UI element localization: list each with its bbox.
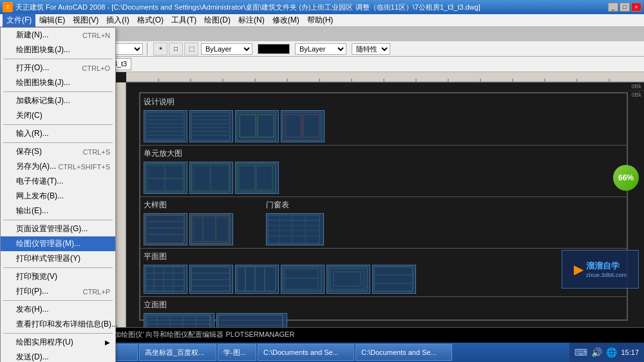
svg-rect-63 xyxy=(146,267,184,291)
menu-export[interactable]: 输出(E)... xyxy=(1,204,115,218)
menu-open[interactable]: 打开(O)... CTRL+O xyxy=(1,61,115,75)
taskbar-item-3-label: 学-图... xyxy=(223,348,246,357)
canvas-main[interactable]: 设计说明 xyxy=(126,82,644,327)
layer-icon-1[interactable]: ☀ xyxy=(153,43,167,55)
svg-rect-35 xyxy=(285,115,301,137)
bylayer-select-2[interactable]: ByLayer xyxy=(295,43,346,55)
svg-rect-38 xyxy=(147,166,183,190)
menu-publish-web[interactable]: 网上发布(B)... xyxy=(1,189,115,204)
menu-print-style[interactable]: 打印样式管理器(Y) xyxy=(1,251,115,266)
menu-import[interactable]: 输入(R)... xyxy=(1,126,115,141)
section-door: 门窗表 xyxy=(266,200,324,245)
menu-page-setup[interactable]: 页面设置管理器(G)... xyxy=(1,222,115,236)
plan-thumb-3 xyxy=(235,265,279,294)
progress-badge: 66% xyxy=(613,165,639,191)
menu-item-edit[interactable]: 编辑(E) xyxy=(35,14,69,27)
svg-rect-52 xyxy=(193,217,229,242)
plan-thumb-2 xyxy=(189,265,233,294)
section-design: 设计说明 xyxy=(144,97,325,142)
menu-item-file[interactable]: 文件(F) xyxy=(3,14,35,27)
watermark-inner: ▶ 溜溜自学 zixue.3d66.com xyxy=(574,260,627,278)
menu-publish-detail[interactable]: 查看打印和发布详细信息(B)... xyxy=(1,317,115,332)
menu-etransmit[interactable]: 电子传递(T)... xyxy=(1,174,115,189)
sep1 xyxy=(3,59,113,59)
section-door-label: 门窗表 xyxy=(266,200,324,211)
elevation-thumbs xyxy=(144,313,287,327)
drawing-frame: 设计说明 xyxy=(139,92,628,321)
door-thumb xyxy=(266,213,324,245)
cad-workspace[interactable]: 设计说明 xyxy=(116,72,644,327)
taskbar-item-4[interactable]: C:\Documents and Se... xyxy=(258,344,354,361)
title-bar-text: 天正建筑 For AutoCAD 2008 - [C:\Documents an… xyxy=(15,3,480,12)
taskbar-item-5[interactable]: C:\Documents and Se... xyxy=(355,344,452,361)
menu-save-as[interactable]: 另存为(A)... CTRL+SHIFT+S xyxy=(1,159,115,174)
large-thumb-1 xyxy=(144,213,187,245)
random-select[interactable]: 随特性 xyxy=(352,43,390,55)
progress-top: 0Bk xyxy=(629,82,644,91)
progress-side: 0Bk 0Bk xyxy=(629,82,644,99)
unit-thumb-1 xyxy=(144,162,187,194)
taskbar-items: 天正建筑 For AutoC... 高坐标器_百度权... 学-图... C:\… xyxy=(39,344,569,361)
svg-rect-70 xyxy=(191,267,230,291)
menu-plotter-manager[interactable]: 绘图仪管理器(M)... xyxy=(1,236,115,251)
layer-icon-3[interactable]: ⬚ xyxy=(184,43,198,55)
taskbar-item-2[interactable]: 高坐标器_百度权... xyxy=(139,344,216,361)
tray-clock: 15:17 xyxy=(621,348,639,356)
menu-send[interactable]: 发送(D)... xyxy=(1,350,115,362)
menu-item-modify[interactable]: 修改(M) xyxy=(269,14,303,27)
menu-close[interactable]: 关闭(C) xyxy=(1,108,115,123)
sep5 xyxy=(3,220,113,220)
divider-4 xyxy=(140,296,627,297)
svg-rect-32 xyxy=(240,115,256,137)
menu-item-view[interactable]: 视图(V) xyxy=(69,14,102,27)
menu-new[interactable]: 新建(N)... CTRL+N xyxy=(1,28,115,43)
menu-item-annotate[interactable]: 标注(N) xyxy=(234,14,269,27)
layer-icon-2[interactable]: □ xyxy=(169,43,183,55)
menu-block-set[interactable]: 绘图图块集(J)... xyxy=(1,75,115,90)
divider-2 xyxy=(140,196,627,197)
menu-item-format[interactable]: 格式(O) xyxy=(133,14,167,27)
title-bar-buttons: _ □ × xyxy=(608,3,641,12)
divider-3 xyxy=(140,248,627,249)
sep6 xyxy=(3,267,113,268)
elev-thumb-1 xyxy=(144,313,214,327)
bylayer-select-1[interactable]: ByLayer xyxy=(201,43,252,55)
menu-print[interactable]: 打印(P)... CTRL+P xyxy=(1,284,115,299)
design-thumb-2 xyxy=(189,110,233,142)
maximize-button[interactable]: □ xyxy=(620,3,630,12)
unit-thumbs xyxy=(144,162,279,194)
menu-save[interactable]: 保存(S) CTRL+S xyxy=(1,144,115,159)
menu-drawing-blocks[interactable]: 绘图图块集(J)... xyxy=(1,43,115,57)
title-bar-left: T 天正建筑 For AutoCAD 2008 - [C:\Documents … xyxy=(3,2,480,12)
taskbar-item-5-label: C:\Documents and Se... xyxy=(361,348,437,356)
sep4 xyxy=(3,142,113,143)
watermark-brand-name: 溜溜自学 xyxy=(586,260,627,272)
menu-item-insert[interactable]: 插入(I) xyxy=(102,14,133,27)
menu-item-tools[interactable]: 工具(T) xyxy=(167,14,200,27)
menu-item-help[interactable]: 帮助(H) xyxy=(303,14,337,27)
svg-rect-31 xyxy=(237,112,276,140)
svg-rect-45 xyxy=(239,166,255,190)
progress-bottom: 0Bk xyxy=(629,91,644,99)
watermark-brand: 溜溜自学 zixue.3d66.com xyxy=(586,260,627,278)
close-button[interactable]: × xyxy=(631,3,641,12)
design-thumb-3 xyxy=(235,110,279,142)
plan-thumb-5 xyxy=(327,265,370,294)
section-plan-label: 平面图 xyxy=(144,251,416,262)
svg-rect-47 xyxy=(146,215,184,243)
design-thumb-4 xyxy=(281,110,325,142)
taskbar-item-2-label: 高坐标器_百度权... xyxy=(145,348,204,357)
svg-rect-74 xyxy=(237,267,276,291)
menu-print-preview[interactable]: 打印预览(V) xyxy=(1,269,115,284)
minimize-button[interactable]: _ xyxy=(608,3,618,12)
svg-rect-55 xyxy=(268,215,319,243)
watermark: ▶ 溜溜自学 zixue.3d66.com xyxy=(562,250,639,289)
tray-icon-1: ⌨ xyxy=(574,347,587,357)
menu-publish[interactable]: 发布(H)... xyxy=(1,302,115,317)
menu-drawing-utility[interactable]: 绘图实用程序(U) ▶ xyxy=(1,335,115,350)
taskbar-item-3[interactable]: 学-图... xyxy=(218,344,256,361)
taskbar-item-4-label: C:\Documents and Se... xyxy=(263,348,339,356)
app-icon: T xyxy=(3,2,13,12)
menu-load-markup[interactable]: 加载标记集(J)... xyxy=(1,93,115,108)
menu-item-draw[interactable]: 绘图(D) xyxy=(200,14,234,27)
